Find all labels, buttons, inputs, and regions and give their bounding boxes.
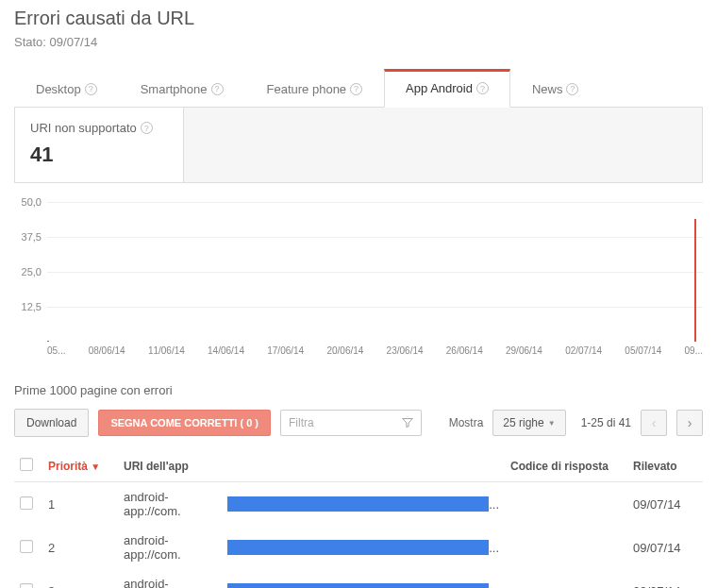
row-checkbox[interactable] — [20, 496, 33, 510]
uri-suffix: ... — [489, 497, 499, 512]
help-icon[interactable]: ? — [211, 83, 224, 95]
cell-priority: 3 — [42, 569, 118, 588]
x-tick-label: 29/06/14 — [506, 345, 542, 356]
x-tick-label: 09... — [685, 345, 703, 356]
chart-gridline — [47, 307, 703, 308]
status-prefix: Stato: — [14, 35, 50, 49]
summary-fill — [184, 108, 703, 183]
uri-prefix: android-app://com. — [124, 533, 225, 562]
tab-label: Desktop — [36, 82, 81, 96]
errors-table: Priorità ▼ URI dell'app Codice di rispos… — [14, 450, 703, 588]
prev-page-button[interactable]: ‹ — [641, 410, 667, 436]
row-checkbox[interactable] — [20, 583, 33, 589]
section-label: Prime 1000 pagine con errori — [14, 383, 703, 397]
chart-x-axis: 05...08/06/1411/06/1414/06/1417/06/1420/… — [47, 342, 703, 362]
chart-series-spike — [694, 219, 696, 342]
cell-detected: 09/07/14 — [627, 526, 703, 569]
chevron-right-icon: › — [688, 416, 692, 429]
x-tick-label: 20/06/14 — [326, 345, 363, 356]
cell-priority: 2 — [42, 526, 118, 569]
cell-uri: android-app://com.... — [118, 482, 505, 527]
cell-detected: 09/07/14 — [627, 482, 703, 527]
col-detected[interactable]: Rilevato — [627, 450, 703, 482]
x-tick-label: 11/06/14 — [148, 345, 185, 356]
mark-fixed-button[interactable]: SEGNA COME CORRETTI ( 0 ) — [98, 410, 271, 436]
x-tick-label: 05... — [47, 345, 65, 356]
chart-gridline — [47, 272, 703, 273]
chart-y-axis: 12,525,037,550,0 — [14, 202, 47, 342]
table-row[interactable]: 3android-app://com....09/07/14 — [14, 569, 703, 588]
status-line: Stato: 09/07/14 — [14, 35, 703, 49]
help-icon[interactable]: ? — [476, 82, 489, 94]
col-priority-label: Priorità — [48, 460, 88, 473]
cell-uri: android-app://com.... — [118, 569, 505, 588]
select-all-checkbox[interactable] — [20, 458, 33, 471]
download-button[interactable]: Download — [14, 409, 89, 437]
tab-label: Feature phone — [267, 82, 347, 96]
page-title: Errori causati da URL — [14, 8, 703, 29]
x-tick-label: 05/07/14 — [625, 345, 661, 356]
error-chart: 12,525,037,550,0 05...08/06/1411/06/1414… — [14, 202, 703, 362]
y-tick-label: 25,0 — [22, 266, 42, 277]
filter-icon — [402, 417, 413, 428]
tab-label: App Android — [406, 81, 473, 95]
cell-uri: android-app://com.... — [118, 526, 505, 569]
tab-label: News — [532, 82, 563, 96]
x-tick-label: 26/06/14 — [446, 345, 483, 356]
chart-plot — [47, 202, 703, 342]
cell-priority: 1 — [42, 482, 118, 527]
chart-gridline — [47, 237, 703, 238]
cell-response — [505, 569, 627, 588]
uri-redacted — [227, 496, 490, 512]
x-tick-label: 23/06/14 — [387, 345, 424, 356]
x-tick-label: 02/07/14 — [565, 345, 602, 356]
table-row[interactable]: 1android-app://com....09/07/14 — [14, 482, 703, 527]
x-tick-label: 17/06/14 — [267, 345, 304, 356]
help-icon[interactable]: ? — [350, 83, 362, 95]
summary-label: URI non supportato ? — [30, 121, 168, 135]
x-tick-label: 14/06/14 — [208, 345, 244, 356]
rows-per-page-select[interactable]: 25 righe ▼ — [492, 410, 565, 436]
uri-suffix: ... — [489, 541, 499, 555]
table-toolbar: Download SEGNA COME CORRETTI ( 0 ) Filtr… — [14, 409, 703, 437]
tab-app-android[interactable]: App Android? — [384, 69, 510, 108]
uri-redacted — [227, 583, 490, 588]
help-icon[interactable]: ? — [566, 83, 578, 95]
filter-input[interactable]: Filtra — [280, 410, 422, 436]
pager-text: 1-25 di 41 — [581, 416, 631, 429]
tab-bar: Desktop?Smartphone?Feature phone?App And… — [14, 68, 703, 108]
row-checkbox[interactable] — [20, 540, 33, 553]
summary-card[interactable]: URI non supportato ? 41 — [14, 108, 184, 183]
uri-prefix: android-app://com. — [124, 577, 225, 588]
y-tick-label: 50,0 — [22, 196, 42, 208]
rows-label: 25 righe — [503, 416, 543, 429]
col-uri[interactable]: URI dell'app — [118, 450, 505, 482]
chevron-down-icon: ▼ — [548, 419, 556, 428]
uri-prefix: android-app://com. — [124, 490, 225, 518]
help-icon[interactable]: ? — [141, 122, 153, 134]
uri-redacted — [227, 540, 490, 555]
cell-response — [505, 526, 627, 569]
uri-suffix: ... — [489, 584, 499, 589]
filter-placeholder: Filtra — [289, 416, 314, 429]
chart-gridline — [47, 202, 703, 203]
col-response[interactable]: Codice di risposta — [505, 450, 627, 482]
chevron-left-icon: ‹ — [652, 416, 657, 429]
summary-value: 41 — [30, 143, 168, 167]
next-page-button[interactable]: › — [676, 410, 703, 436]
y-tick-label: 12,5 — [22, 301, 42, 312]
cell-detected: 09/07/14 — [627, 569, 703, 588]
summary-label-text: URI non supportato — [30, 121, 137, 135]
summary-row: URI non supportato ? 41 — [14, 108, 703, 183]
cell-response — [505, 482, 627, 527]
show-label: Mostra — [449, 416, 484, 429]
tab-feature-phone[interactable]: Feature phone? — [245, 69, 385, 108]
help-icon[interactable]: ? — [85, 83, 97, 95]
tab-smartphone[interactable]: Smartphone? — [119, 69, 245, 108]
col-priority[interactable]: Priorità ▼ — [42, 450, 118, 482]
table-row[interactable]: 2android-app://com....09/07/14 — [14, 526, 703, 569]
tab-news[interactable]: News? — [510, 69, 601, 108]
sort-desc-icon: ▼ — [91, 462, 100, 472]
y-tick-label: 37,5 — [22, 231, 42, 243]
tab-desktop[interactable]: Desktop? — [14, 69, 119, 108]
